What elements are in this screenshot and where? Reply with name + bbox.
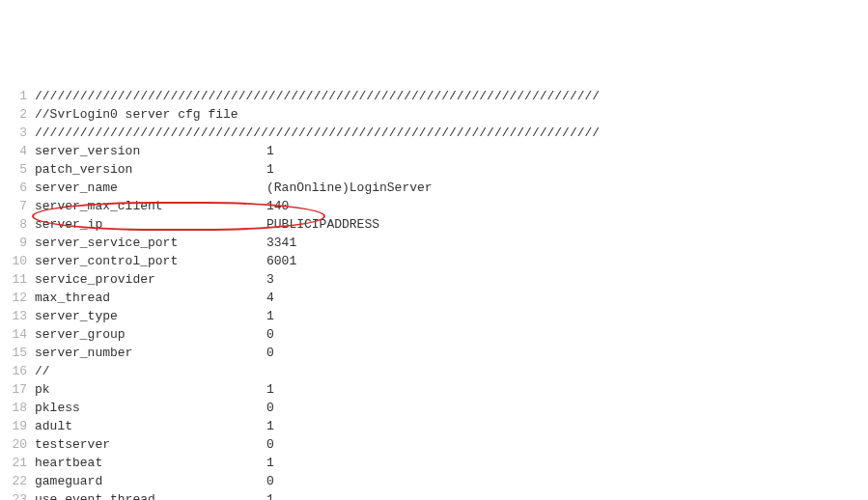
config-key: testserver bbox=[35, 435, 266, 454]
code-line: 14server_group0 bbox=[0, 325, 868, 344]
line-content: server_number0 bbox=[35, 344, 868, 362]
code-line: 21heartbeat1 bbox=[0, 454, 868, 472]
config-key: heartbeat bbox=[35, 454, 266, 472]
line-content: adult1 bbox=[35, 417, 868, 435]
config-value: 6001 bbox=[266, 254, 296, 268]
config-key: server_name bbox=[35, 179, 266, 197]
line-content: server_type1 bbox=[35, 307, 868, 325]
line-content: //SvrLogin0 server cfg file bbox=[35, 105, 868, 124]
config-key: server_version bbox=[35, 142, 266, 160]
line-number: 8 bbox=[0, 215, 35, 234]
config-key: adult bbox=[35, 417, 266, 435]
config-value: 0 bbox=[266, 346, 274, 360]
line-content: server_max_client140 bbox=[35, 197, 868, 215]
code-line: 11service_provider3 bbox=[0, 270, 868, 289]
line-content: server_control_port6001 bbox=[35, 252, 868, 270]
line-number: 22 bbox=[0, 472, 35, 490]
code-line: 20testserver0 bbox=[0, 435, 868, 454]
line-number: 19 bbox=[0, 417, 35, 435]
code-line: 18pkless0 bbox=[0, 399, 868, 417]
line-number: 16 bbox=[0, 362, 35, 380]
line-number: 7 bbox=[0, 197, 35, 215]
code-line: 5patch_version1 bbox=[0, 160, 868, 179]
line-content: max_thread4 bbox=[35, 289, 868, 307]
config-key: pk bbox=[35, 380, 266, 399]
config-key: gameguard bbox=[35, 472, 266, 490]
line-number: 20 bbox=[0, 435, 35, 454]
line-number: 11 bbox=[0, 270, 35, 289]
line-number: 13 bbox=[0, 307, 35, 325]
line-number: 23 bbox=[0, 490, 35, 500]
code-line: 6server_name(RanOnline)LoginServer bbox=[0, 179, 868, 197]
config-value: PUBLICIPADDRESS bbox=[266, 217, 379, 232]
line-content: server_name(RanOnline)LoginServer bbox=[35, 179, 868, 197]
line-content: pk1 bbox=[35, 380, 868, 399]
config-value: 1 bbox=[266, 162, 274, 177]
config-key: pkless bbox=[35, 399, 266, 417]
line-number: 9 bbox=[0, 234, 35, 252]
line-content: ////////////////////////////////////////… bbox=[35, 87, 868, 105]
config-key: use_event_thread bbox=[35, 490, 266, 500]
line-number: 12 bbox=[0, 289, 35, 307]
config-value: 3 bbox=[266, 272, 274, 287]
line-number: 10 bbox=[0, 252, 35, 270]
code-line: 19adult1 bbox=[0, 417, 868, 435]
config-value: 1 bbox=[266, 456, 274, 470]
code-line: 9server_service_port3341 bbox=[0, 234, 868, 252]
code-line: 15server_number0 bbox=[0, 344, 868, 362]
code-line: 23use_event_thread1 bbox=[0, 490, 868, 500]
code-line: 3///////////////////////////////////////… bbox=[0, 124, 868, 142]
line-number: 6 bbox=[0, 179, 35, 197]
code-line: 10server_control_port6001 bbox=[0, 252, 868, 270]
code-line: 4server_version1 bbox=[0, 142, 868, 160]
code-line: 7server_max_client140 bbox=[0, 197, 868, 215]
config-value: 4 bbox=[266, 291, 274, 305]
line-content: use_event_thread1 bbox=[35, 490, 868, 500]
line-content: gameguard0 bbox=[35, 472, 868, 490]
code-line: 22gameguard0 bbox=[0, 472, 868, 490]
line-number: 5 bbox=[0, 160, 35, 179]
config-key: patch_version bbox=[35, 160, 266, 179]
line-number: 3 bbox=[0, 124, 35, 142]
config-value: 0 bbox=[266, 327, 274, 342]
line-content: patch_version1 bbox=[35, 160, 868, 179]
code-line: 8server_ipPUBLICIPADDRESS bbox=[0, 215, 868, 234]
line-content: ////////////////////////////////////////… bbox=[35, 124, 868, 142]
code-line: 1///////////////////////////////////////… bbox=[0, 87, 868, 105]
code-line: 13server_type1 bbox=[0, 307, 868, 325]
line-number: 17 bbox=[0, 380, 35, 399]
line-content: server_ipPUBLICIPADDRESS bbox=[35, 215, 868, 234]
config-key: service_provider bbox=[35, 270, 266, 289]
config-key: server_max_client bbox=[35, 197, 266, 215]
config-value: 0 bbox=[266, 437, 274, 452]
code-line: 17pk1 bbox=[0, 380, 868, 399]
config-value: 3341 bbox=[266, 236, 296, 250]
code-line: 2//SvrLogin0 server cfg file bbox=[0, 105, 868, 124]
line-number: 18 bbox=[0, 399, 35, 417]
config-value: 140 bbox=[266, 199, 289, 213]
line-number: 4 bbox=[0, 142, 35, 160]
code-line: 16// bbox=[0, 362, 868, 380]
config-key: server_type bbox=[35, 307, 266, 325]
config-value: 1 bbox=[266, 419, 274, 433]
config-value: 0 bbox=[266, 474, 274, 488]
config-value: 1 bbox=[266, 382, 274, 397]
config-value: (RanOnline)LoginServer bbox=[266, 181, 433, 195]
config-key: server_group bbox=[35, 325, 266, 344]
line-content: pkless0 bbox=[35, 399, 868, 417]
line-content: // bbox=[35, 362, 868, 380]
config-value: 1 bbox=[266, 492, 274, 500]
line-number: 2 bbox=[0, 105, 35, 124]
config-value: 0 bbox=[266, 401, 274, 415]
line-content: server_version1 bbox=[35, 142, 868, 160]
config-key: max_thread bbox=[35, 289, 266, 307]
config-key: server_ip bbox=[35, 215, 266, 234]
config-value: 1 bbox=[266, 144, 274, 158]
line-content: heartbeat1 bbox=[35, 454, 868, 472]
line-number: 15 bbox=[0, 344, 35, 362]
line-number: 14 bbox=[0, 325, 35, 344]
code-line: 12max_thread4 bbox=[0, 289, 868, 307]
line-number: 1 bbox=[0, 87, 35, 105]
line-content: testserver0 bbox=[35, 435, 868, 454]
config-key: server_control_port bbox=[35, 252, 266, 270]
